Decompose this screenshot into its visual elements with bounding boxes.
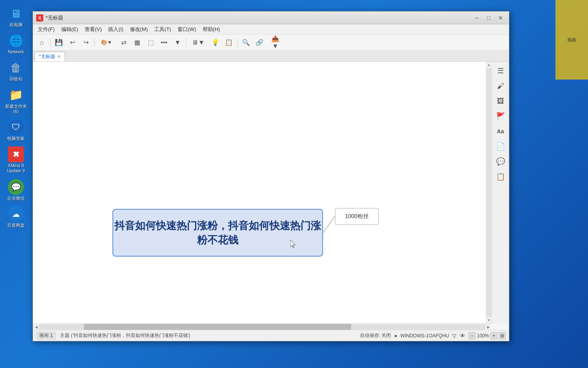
vertical-scrollbar[interactable]: ▲ ▼ (486, 62, 491, 323)
toolbar-search[interactable]: 🔍 (240, 37, 252, 49)
network-icon: 🌐 (8, 33, 24, 49)
rp-style[interactable]: 🖌 (494, 79, 507, 93)
desktop-icon-network[interactable]: 🌐 Network (2, 31, 30, 56)
status-eye-icon: 👁 (460, 333, 465, 339)
pc-label: 此电脑 (10, 22, 23, 27)
status-canvas: 画布 1 (36, 331, 56, 340)
zoom-fit-btn[interactable]: ⊞ (499, 332, 506, 339)
toolbar-home[interactable]: ⌂ (35, 37, 48, 49)
menu-window[interactable]: 窗口(W) (174, 25, 199, 34)
close-button[interactable]: ✕ (495, 14, 506, 22)
horizontal-scrollbar[interactable]: ◀ ▶ (33, 323, 491, 330)
sub-node[interactable]: 1000粉丝 (335, 208, 379, 225)
desktop-icon-security[interactable]: 🛡 电脑管家 (2, 118, 30, 143)
xmind-label: XMind 8 Update 9 (7, 163, 25, 173)
recycle-label: 回收站 (10, 76, 23, 82)
window-title: *无标题 (46, 14, 472, 21)
desktop-icon-weixin[interactable]: 💬 企业微信 (2, 177, 30, 202)
tb-sep-2 (94, 38, 95, 47)
desktop-icon-qq[interactable]: ☁ 百度网盘 (2, 204, 30, 230)
rp-image[interactable]: 🖼 (494, 94, 507, 108)
canvas-area[interactable]: 抖音如何快速热门涨粉，抖音如何快速热门涨粉不花钱 1000粉丝 (33, 62, 486, 323)
svg-line-0 (323, 216, 335, 233)
recycle-icon: 🗑 (8, 60, 24, 76)
tab-close-btn[interactable]: ✕ (57, 54, 61, 59)
status-right: 自动保存: 关闭 ● WINDOWS-1OAFQHU ▽ 👁 − 100% + … (360, 332, 506, 339)
toolbar-connect[interactable]: ⇄ (117, 37, 130, 49)
menu-insert[interactable]: 插入(I) (105, 25, 126, 34)
scroll-left-arrow[interactable]: ◀ (33, 324, 39, 330)
app-icon: X (36, 14, 43, 21)
toolbar-share[interactable]: 🔗 (253, 37, 266, 49)
rp-document[interactable]: 📄 (494, 140, 507, 153)
scroll-v-track[interactable] (486, 68, 491, 317)
zoom-out-btn[interactable]: − (468, 332, 476, 339)
weixin-icon: 💬 (8, 179, 24, 195)
toolbar-more[interactable]: ••• (158, 37, 170, 49)
rp-font[interactable]: Aa (494, 125, 507, 138)
toolbar-save[interactable]: 💾 (52, 37, 65, 49)
scroll-right-arrow[interactable]: ▶ (485, 324, 491, 330)
filter-icon: ▽ (452, 333, 456, 339)
toolbar-lightbulb[interactable]: 💡 (209, 37, 222, 49)
sub-node-text: 1000粉丝 (345, 213, 368, 220)
desktop-icon-folder[interactable]: 📁 新建文件夹 (6) (2, 86, 30, 116)
status-theme: 主题 ('抖音如何快速热门涨粉，抖音如何快速热门涨粉不花钱') (60, 332, 360, 339)
right-taskbar-partial: 视频 (555, 0, 588, 80)
title-bar: X *无标题 ─ □ ✕ (33, 12, 509, 24)
status-autosave: 自动保存: 关闭 (360, 332, 391, 339)
zoom-control: − 100% + ⊞ (468, 332, 506, 339)
security-label: 电脑管家 (7, 136, 25, 141)
right-panel: ☰ 🖌 🖼 🚩 Aa 📄 💬 📋 (491, 62, 509, 323)
toolbar-theme[interactable]: 🎨▼ (97, 37, 116, 49)
zoom-in-btn[interactable]: + (490, 332, 497, 339)
xmind-window: X *无标题 ─ □ ✕ 文件(F) 编辑(E) 查看(V) 插入(I) 修改(… (33, 11, 509, 341)
status-circle: ● (394, 333, 397, 339)
tab-bar: *无标题 ✕ (33, 51, 509, 62)
rp-comments[interactable]: 💬 (494, 155, 507, 168)
tab-label: *无标题 (39, 53, 55, 60)
qq-label: 百度网盘 (7, 223, 25, 228)
maximize-button[interactable]: □ (484, 14, 494, 22)
rp-markers[interactable]: 🚩 (494, 109, 507, 123)
menu-tools[interactable]: 工具(T) (151, 25, 174, 34)
scroll-down-arrow[interactable]: ▼ (486, 317, 492, 323)
menu-edit[interactable]: 编辑(E) (58, 25, 81, 34)
main-node[interactable]: 抖音如何快速热门涨粉，抖音如何快速热门涨粉不花钱 (112, 209, 323, 257)
toolbar-undo[interactable]: ↩ (66, 37, 79, 49)
rp-tasks[interactable]: 📋 (494, 170, 507, 183)
status-bar: 画布 1 主题 ('抖音如何快速热门涨粉，抖音如何快速热门涨粉不花钱') 自动保… (33, 330, 509, 341)
pc-icon: 🖥 (8, 6, 24, 21)
tb-sep-4 (237, 38, 238, 47)
desktop-icon-recycle[interactable]: 🗑 回收站 (2, 58, 30, 83)
toolbar-notes[interactable]: 📋 (222, 37, 235, 49)
minimize-button[interactable]: ─ (472, 14, 482, 22)
scroll-up-arrow[interactable]: ▲ (486, 62, 492, 68)
toolbar-present[interactable]: 🖥▼ (188, 37, 208, 49)
desktop-icon-xmind[interactable]: ✖ XMind 8 Update 9 (2, 145, 30, 175)
folder-label: 新建文件夹 (6) (5, 104, 27, 114)
desktop-icon-this-pc[interactable]: 🖥 此电脑 (2, 4, 30, 29)
toolbar-boundary[interactable]: ⬚ (144, 37, 157, 49)
toolbar-export[interactable]: 📤▼ (267, 37, 284, 49)
menu-view[interactable]: 查看(V) (81, 25, 105, 34)
folder-icon: 📁 (8, 87, 24, 103)
weixin-label: 企业微信 (7, 196, 25, 201)
network-label: Network (8, 49, 24, 55)
scroll-h-track[interactable] (39, 324, 485, 330)
rp-outline[interactable]: ☰ (494, 64, 507, 78)
toolbar-summary[interactable]: ▦ (131, 37, 143, 49)
xmind-icon: ✖ (8, 146, 24, 162)
mind-connector-svg (33, 62, 486, 323)
security-icon: 🛡 (8, 119, 24, 135)
menu-help[interactable]: 帮助(H) (199, 25, 223, 34)
window-controls: ─ □ ✕ (472, 14, 506, 22)
tab-untitled[interactable]: *无标题 ✕ (35, 52, 65, 61)
toolbar-more-arrow[interactable]: ▼ (171, 37, 184, 49)
menu-file[interactable]: 文件(F) (35, 25, 58, 34)
desktop: 🖥 此电脑 🌐 Network 🗑 回收站 📁 新建文件夹 (6) 🛡 电脑管家… (0, 0, 588, 368)
menu-modify[interactable]: 修改(M) (127, 25, 151, 34)
content-area: 抖音如何快速热门涨粉，抖音如何快速热门涨粉不花钱 1000粉丝 ▲ ▼ (33, 62, 509, 323)
toolbar-redo[interactable]: ↪ (79, 37, 92, 49)
main-node-text: 抖音如何快速热门涨粉，抖音如何快速热门涨粉不花钱 (113, 218, 322, 247)
